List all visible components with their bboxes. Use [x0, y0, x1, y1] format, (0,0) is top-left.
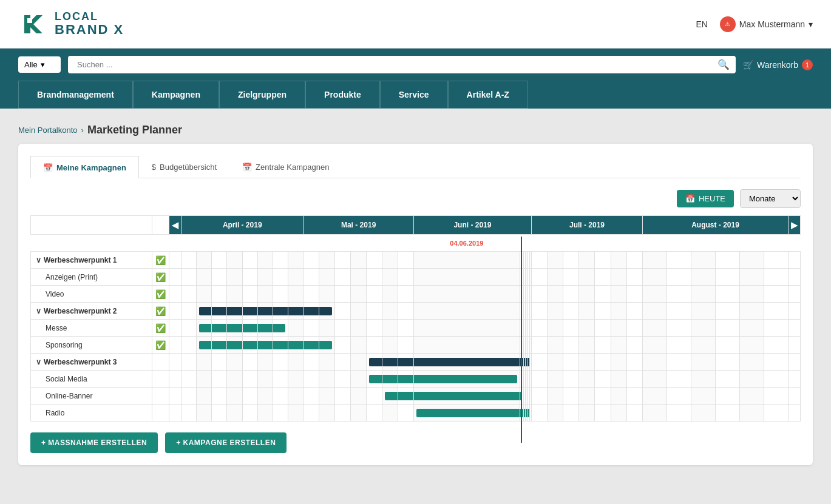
bar-mid — [258, 341, 273, 349]
bar-start — [199, 324, 211, 332]
table-row: Anzeigen (Print)✅ — [31, 269, 801, 286]
gantt-label-header — [31, 216, 152, 235]
table-row: ∨Werbeschwerpunkt 1✅ — [31, 252, 801, 269]
nav-item-kampagnen[interactable]: Kampagnen — [133, 81, 219, 109]
bar-mid — [526, 409, 527, 417]
breadcrumb-parent[interactable]: Mein Portalkonto — [18, 126, 78, 135]
month-juli: Juli - 2019 — [531, 216, 642, 235]
bar-mid — [258, 307, 273, 315]
action-buttons: + MASSNAHME ERSTELLEN + KAMPAGNE ERSTELL… — [30, 432, 801, 453]
chevron-down-icon: ▾ — [809, 19, 813, 29]
row-check: ✅ — [152, 252, 169, 269]
month-april: April - 2019 — [181, 216, 304, 235]
bar-mid — [524, 358, 525, 366]
filter-chevron-icon: ▾ — [41, 60, 45, 69]
check-circle-icon: ✅ — [155, 306, 166, 316]
breadcrumb: Mein Portalkonto › Marketing Planner — [18, 124, 813, 136]
bar-start — [416, 409, 520, 417]
table-row: Online-Banner — [31, 388, 801, 405]
bar-mid — [212, 341, 226, 349]
bar-mid — [273, 341, 288, 349]
collapse-icon[interactable]: ∨ — [36, 307, 41, 315]
table-row: ∨Werbeschwerpunkt 3 — [31, 354, 801, 371]
table-row: Video✅ — [31, 286, 801, 303]
next-month-btn[interactable]: ▶ — [789, 216, 801, 235]
bar-mid — [520, 358, 521, 366]
bar-mid — [304, 341, 319, 349]
logo[interactable]: LOCAL BRAND X — [18, 9, 124, 39]
search-input-wrapper: 🔍 — [68, 56, 736, 73]
create-measure-button[interactable]: + MASSNAHME ERSTELLEN — [30, 432, 158, 453]
tab-meine-kampagnen[interactable]: 📅 Meine Kampagnen — [30, 156, 139, 178]
table-row: Radio — [31, 405, 801, 422]
tab-zentrale-kampagnen[interactable]: 📅 Zentrale Kampagnen — [229, 156, 342, 178]
bar-mid — [522, 358, 523, 366]
row-label: Anzeigen (Print) — [31, 269, 152, 286]
check-circle-icon: ✅ — [155, 255, 166, 265]
row-label: Messe — [31, 320, 152, 337]
tab-budgetubersicht[interactable]: $ Budgetübersicht — [139, 156, 229, 178]
bar-mid — [398, 375, 413, 383]
search-input[interactable] — [74, 56, 717, 73]
bar-mid — [243, 324, 257, 332]
prev-month-btn[interactable]: ◀ — [169, 216, 181, 235]
bar-mid — [520, 409, 521, 417]
bar-start — [199, 341, 211, 349]
row-check — [152, 371, 169, 388]
create-campaign-button[interactable]: + KAMPAGNE ERSTELLEN — [165, 432, 287, 453]
bar-mid — [524, 409, 525, 417]
filter-label: Alle — [24, 60, 38, 69]
nav-item-produkte[interactable]: Produkte — [305, 81, 380, 109]
svg-rect-1 — [27, 18, 32, 23]
main-card: 📅 Meine Kampagnen $ Budgetübersicht 📅 Ze… — [18, 144, 813, 465]
user-menu[interactable]: ⚠ Max Mustermann ▾ — [720, 16, 813, 32]
month-juni: Juni - 2019 — [413, 216, 531, 235]
row-label: Video — [31, 286, 152, 303]
gantt-check-header — [152, 216, 169, 235]
today-date-row: 04.06.2019 — [31, 235, 801, 252]
bar-mid — [528, 409, 529, 417]
bar-start — [369, 358, 382, 366]
table-row: Messe✅ — [31, 320, 801, 337]
today-date-label: 04.06.2019 — [413, 235, 520, 252]
collapse-icon[interactable]: ∨ — [36, 256, 41, 264]
gantt-header-row: ◀ April - 2019 Mai - 2019 Juni - 2019 Ju… — [31, 216, 801, 235]
nav-item-service[interactable]: Service — [380, 81, 448, 109]
row-label: Radio — [31, 405, 152, 422]
bar-mid — [243, 341, 257, 349]
row-check: ✅ — [152, 337, 169, 354]
view-select[interactable]: Monate — [740, 189, 801, 208]
calendar-today-icon: 📅 — [685, 194, 695, 203]
bar-mid — [288, 307, 303, 315]
bar-end — [273, 324, 285, 332]
cart-badge: 1 — [802, 59, 813, 70]
check-circle-icon: ✅ — [155, 323, 166, 333]
month-august: August - 2019 — [643, 216, 789, 235]
bar-mid — [288, 341, 303, 349]
nav-item-zielgruppen[interactable]: Zielgruppen — [219, 81, 305, 109]
row-check: ✅ — [152, 320, 169, 337]
bar-start — [369, 375, 382, 383]
nav-item-artikel-az[interactable]: Artikel A-Z — [448, 81, 528, 109]
bar-mid — [227, 307, 242, 315]
nav-item-brandmanagement[interactable]: Brandmanagement — [18, 81, 133, 109]
search-filter-dropdown[interactable]: Alle ▾ — [18, 56, 61, 73]
bar-mid — [243, 307, 257, 315]
today-button[interactable]: 📅 HEUTE — [677, 190, 734, 207]
bar-mid — [382, 375, 398, 383]
table-row: ∨Werbeschwerpunkt 2✅ — [31, 303, 801, 320]
search-button[interactable]: 🔍 — [717, 59, 730, 70]
bar-mid — [398, 358, 413, 366]
bar-mid — [227, 324, 242, 332]
collapse-icon[interactable]: ∨ — [36, 358, 41, 366]
bar-mid — [526, 358, 527, 366]
row-check — [152, 354, 169, 371]
calendar-icon: 📅 — [43, 163, 53, 172]
row-check: ✅ — [152, 303, 169, 320]
cart-button[interactable]: 🛒 Warenkorb 1 — [743, 59, 813, 70]
lang-selector[interactable]: EN — [696, 19, 707, 29]
row-check — [152, 388, 169, 405]
bar-mid — [227, 341, 242, 349]
bar-mid — [414, 358, 520, 366]
table-row: Social Media — [31, 371, 801, 388]
